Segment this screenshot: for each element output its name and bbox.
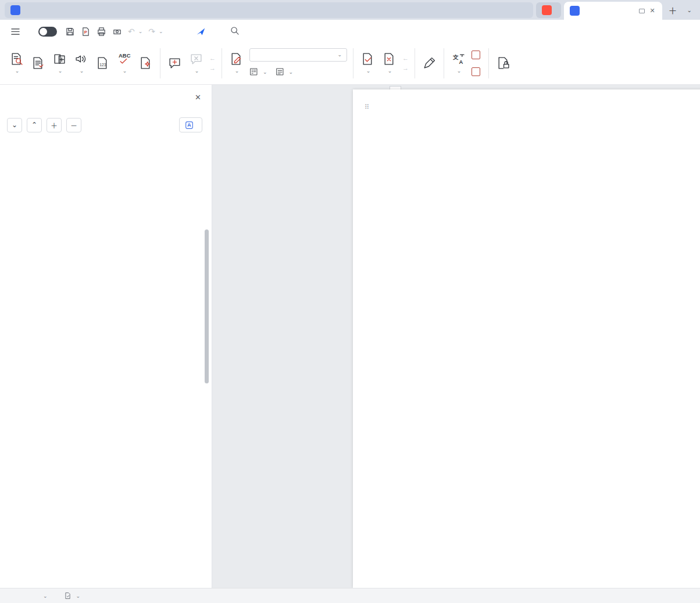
expand-all-button[interactable]: ⌄ (7, 118, 22, 132)
heading-level-marker[interactable]: ⠿ (362, 103, 369, 111)
collapse-all-button[interactable]: ⌃ (27, 118, 42, 132)
undo-button[interactable]: ↶ (128, 27, 135, 36)
show-markup-icon (249, 67, 258, 76)
redo-button[interactable]: ↷ (148, 27, 155, 36)
pen-icon (423, 55, 436, 71)
new-tab-button[interactable]: ＋ (665, 2, 681, 17)
ribbon-divider (160, 48, 160, 78)
revise-button[interactable]: ⌄ (226, 46, 247, 80)
ai-polish-icon (139, 55, 152, 71)
hamburger-icon (10, 27, 20, 37)
ribbon-divider (222, 48, 222, 78)
traditional-char-icon (472, 67, 480, 76)
navigation-sidebar: ✕ ⌄ ⌃ ＋ － (0, 85, 212, 588)
tab-wps-office[interactable] (5, 2, 533, 18)
ai-proof-chevron-icon: ⌄ (76, 593, 81, 599)
proofread-button[interactable]: ⌄ (6, 46, 27, 80)
review-panel-button[interactable]: ⌄ (276, 66, 294, 78)
insert-comment-button[interactable] (164, 46, 185, 80)
ai-read-icon (74, 51, 88, 67)
restrict-icon (497, 55, 510, 71)
accept-icon (361, 51, 374, 67)
svg-text:123: 123 (99, 63, 106, 67)
review-icon (276, 67, 284, 76)
delete-comment-icon (190, 51, 203, 67)
translate-icon: 文A (452, 51, 465, 67)
compare-button[interactable]: ⌄ (49, 46, 70, 80)
window-mode-icon[interactable] (639, 9, 645, 13)
comment-nav-buttons[interactable]: ←→ (207, 55, 218, 71)
process-flow-diagram (404, 139, 698, 360)
standard-review-button[interactable] (27, 46, 49, 80)
print-button[interactable] (97, 27, 106, 37)
ai-toc-icon (185, 121, 194, 130)
zoom-in-button[interactable]: ＋ (47, 118, 62, 132)
prev-change-icon[interactable]: ← (402, 55, 409, 62)
next-change-icon[interactable]: → (402, 65, 409, 71)
autosave-toggle[interactable] (38, 27, 57, 37)
sidebar-close-icon[interactable]: ✕ (195, 93, 201, 102)
svg-text:ABC: ABC (119, 52, 131, 59)
document-page[interactable]: ⠿ (353, 89, 700, 588)
tab-list-chevron-icon[interactable]: ⌄ (684, 2, 695, 17)
accept-button[interactable]: ⌄ (357, 46, 378, 80)
undo-chevron-icon[interactable]: ⌄ (138, 28, 143, 34)
svg-text:文: 文 (452, 54, 459, 60)
export-pdf-button[interactable]: P (81, 27, 91, 37)
ribbon-divider (488, 48, 489, 78)
delete-comment-button[interactable]: ⌄ (185, 46, 207, 80)
show-markup-button[interactable]: ⌄ (249, 66, 267, 78)
svg-text:A: A (459, 59, 463, 65)
redo-chevron-icon[interactable]: ⌄ (159, 28, 163, 34)
standard-review-icon (31, 55, 45, 71)
file-menu-button[interactable] (7, 27, 27, 37)
flow-diagram-shapes (404, 139, 698, 360)
word-count-icon: 123 (96, 55, 109, 71)
prev-comment-icon[interactable]: ← (209, 55, 216, 62)
proofread-icon (10, 51, 23, 67)
save-button[interactable] (65, 27, 75, 37)
next-comment-icon[interactable]: → (209, 65, 216, 71)
ai-polish-button[interactable] (135, 46, 156, 80)
search-icon[interactable] (230, 26, 240, 38)
status-bar: ⌄ ⌄ (0, 588, 700, 603)
svg-text:P: P (84, 30, 87, 35)
print-preview-button[interactable] (112, 27, 122, 37)
ai-proofread-icon (64, 592, 72, 600)
sidebar-scrollbar-thumb[interactable] (205, 229, 209, 383)
autosave-control[interactable] (35, 27, 57, 37)
zoom-out-button[interactable]: － (66, 118, 81, 132)
drag-handle-icon[interactable]: ⠿ (365, 103, 369, 111)
word-count-button[interactable]: 123 (92, 46, 113, 80)
docer-logo-icon (542, 5, 552, 15)
ribbon-divider (353, 48, 353, 78)
simplified-char-icon (472, 51, 480, 59)
tab-active-document[interactable]: ✕ (564, 2, 662, 20)
reject-icon (383, 51, 396, 67)
revise-icon (230, 51, 243, 67)
ribbon-divider (415, 48, 415, 78)
review-ribbon: ⌄ ⌄ ⌄ 123 ABC ⌄ (0, 43, 700, 85)
pen-button[interactable] (419, 46, 440, 80)
markup-state-dropdown[interactable]: ⌄ (249, 48, 347, 62)
reject-button[interactable]: ⌄ (378, 46, 400, 80)
writer-doc-icon (570, 6, 580, 16)
change-nav-buttons[interactable]: ←→ (400, 55, 411, 71)
insert-comment-icon (168, 55, 181, 71)
spell-check-button[interactable]: ABC ⌄ (113, 46, 135, 80)
trad-convert-button[interactable] (472, 65, 483, 78)
tab-docer-template[interactable] (536, 2, 561, 18)
simp-to-trad-button[interactable] (472, 48, 483, 61)
spell-check-status[interactable]: ⌄ (41, 593, 48, 599)
ai-read-button[interactable]: ⌄ (70, 46, 92, 80)
ai-proofread-status[interactable]: ⌄ (64, 592, 81, 600)
ai-recognize-toc-button[interactable] (179, 117, 202, 132)
restrict-edit-button[interactable] (492, 46, 514, 80)
wps-ai-button[interactable] (196, 27, 209, 37)
dropdown-chevron-icon: ⌄ (337, 52, 342, 58)
ribbon-divider (444, 48, 444, 78)
document-area: ⠿ (212, 85, 700, 588)
translate-button[interactable]: 文A ⌄ (448, 46, 469, 80)
menu-bar: P ↶ ⌄ ↷ ⌄ (0, 20, 700, 43)
close-tab-icon[interactable]: ✕ (648, 7, 656, 15)
